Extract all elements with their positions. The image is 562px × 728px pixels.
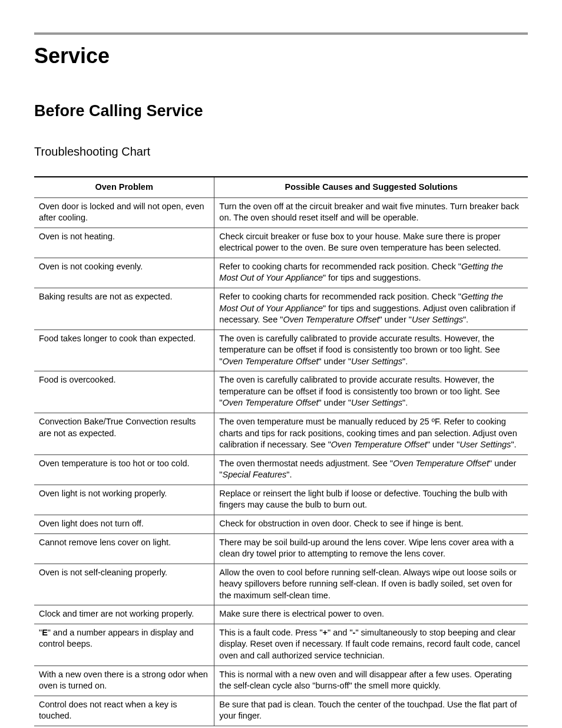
table-row: Oven light is not working properly.Repla… [34, 485, 528, 515]
problem-cell: Oven light is not working properly. [34, 485, 214, 515]
problem-cell: Food is overcooked. [34, 371, 214, 413]
table-row: Convection Bake/True Convection results … [34, 413, 528, 455]
table-row: "E" and a number appears in display and … [34, 624, 528, 666]
problem-cell: Oven door is locked and will not open, e… [34, 197, 214, 228]
problem-cell: Clock and timer are not working properly… [34, 605, 214, 624]
solution-cell: This is normal with a new oven and will … [214, 666, 528, 696]
solution-cell: Check circuit breaker or fuse box to you… [214, 228, 528, 258]
solution-cell: The oven temperature must be manually re… [214, 413, 528, 455]
table-row: Oven light does not turn off.Check for o… [34, 515, 528, 533]
problem-cell: Oven is not cooking evenly. [34, 258, 214, 288]
solution-cell: Allow the oven to cool before running se… [214, 564, 528, 605]
table-row: Food takes longer to cook than expected.… [34, 330, 528, 371]
table-row: Baking results are not as expected.Refer… [34, 288, 528, 330]
top-rule [34, 32, 528, 35]
subsection-heading: Troubleshooting Chart [34, 144, 528, 160]
problem-cell: "E" and a number appears in display and … [34, 624, 214, 666]
solution-cell: Turn the oven off at the circuit breaker… [214, 197, 528, 228]
problem-cell: Cannot remove lens cover on light. [34, 533, 214, 564]
solution-cell: Replace or reinsert the light bulb if lo… [214, 485, 528, 515]
table-row: Oven is not cooking evenly.Refer to cook… [34, 258, 528, 288]
table-row: Oven temperature is too hot or too cold.… [34, 454, 528, 485]
solution-cell: Be sure that pad is clean. Touch the cen… [214, 696, 528, 726]
solution-cell: Make sure there is electrical power to o… [214, 605, 528, 624]
problem-cell: Food takes longer to cook than expected. [34, 330, 214, 371]
solution-cell: Refer to cooking charts for recommended … [214, 258, 528, 288]
table-row: Clock and timer are not working properly… [34, 605, 528, 624]
solution-cell: The oven is carefully calibrated to prov… [214, 371, 528, 413]
solution-cell: The oven thermostat needs adjustment. Se… [214, 454, 528, 485]
solution-cell: There may be soil build-up around the le… [214, 533, 528, 564]
section-heading: Before Calling Service [34, 100, 528, 121]
problem-cell: Oven light does not turn off. [34, 515, 214, 533]
solution-cell: The oven is carefully calibrated to prov… [214, 330, 528, 371]
solution-cell: Check for obstruction in oven door. Chec… [214, 515, 528, 533]
table-row: Cannot remove lens cover on light.There … [34, 533, 528, 564]
problem-cell: Oven temperature is too hot or too cold. [34, 454, 214, 485]
problem-cell: With a new oven there is a strong odor w… [34, 666, 214, 696]
table-row: Control does not react when a key is tou… [34, 696, 528, 726]
page-title: Service [34, 42, 528, 71]
solution-cell: Refer to cooking charts for recommended … [214, 288, 528, 330]
problem-cell: Convection Bake/True Convection results … [34, 413, 214, 455]
table-row: Oven door is locked and will not open, e… [34, 197, 528, 228]
problem-cell: Baking results are not as expected. [34, 288, 214, 330]
problem-cell: Oven is not heating. [34, 228, 214, 258]
solution-cell: This is a fault code. Press "+" and "-" … [214, 624, 528, 666]
header-solution: Possible Causes and Suggested Solutions [214, 177, 528, 197]
problem-cell: Control does not react when a key is tou… [34, 696, 214, 726]
table-row: Food is overcooked.The oven is carefully… [34, 371, 528, 413]
problem-cell: Oven is not self-cleaning properly. [34, 564, 214, 605]
header-problem: Oven Problem [34, 177, 214, 197]
table-header-row: Oven Problem Possible Causes and Suggest… [34, 177, 528, 197]
troubleshooting-table: Oven Problem Possible Causes and Suggest… [34, 176, 528, 726]
table-row: With a new oven there is a strong odor w… [34, 666, 528, 696]
table-row: Oven is not heating.Check circuit breake… [34, 228, 528, 258]
table-row: Oven is not self-cleaning properly.Allow… [34, 564, 528, 605]
